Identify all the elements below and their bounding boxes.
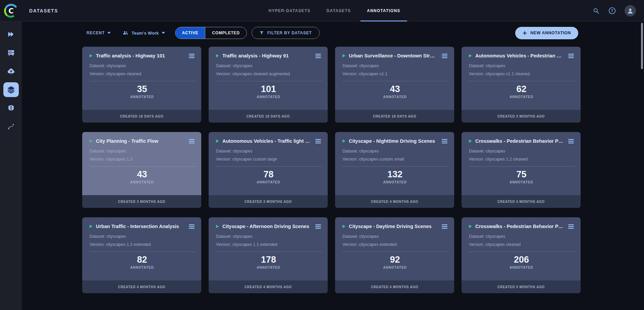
annotation-card[interactable]: Autonomous Vehicles - Pedestrian … Datas…: [462, 47, 581, 123]
datasets-icon: [7, 85, 15, 94]
card-menu-icon[interactable]: [189, 54, 195, 58]
annotation-card[interactable]: Crosswalks - Pedestrian Behavior P… Data…: [462, 132, 581, 208]
card-menu-icon[interactable]: [189, 139, 195, 143]
annotation-card[interactable]: Traffic analysis - Highway 91 Dataset: c…: [209, 47, 328, 123]
card-menu-icon[interactable]: [442, 139, 447, 143]
divider: [216, 252, 322, 252]
card-dataset: Dataset: cityscapes: [342, 149, 447, 153]
vertical-scrollbar[interactable]: [641, 23, 643, 69]
card-menu-icon[interactable]: [189, 224, 195, 229]
card-created: CREATED 5 MONTHS AGO: [462, 280, 581, 293]
play-icon: [342, 225, 345, 228]
sidebar-item-projects[interactable]: [3, 27, 19, 42]
play-icon: [342, 54, 345, 57]
divider: [216, 81, 322, 81]
annotation-card[interactable]: City Planning - Traffic Flow Dataset: ci…: [82, 132, 201, 208]
sidebar-item-workers[interactable]: [3, 45, 19, 60]
divider: [216, 166, 322, 167]
annotated-label: ANNOTATED: [469, 180, 574, 184]
sidebar-item-models[interactable]: [3, 101, 19, 116]
sidebar-item-cloud[interactable]: [3, 64, 19, 79]
divider: [342, 252, 449, 252]
annotated-count: 92: [342, 255, 447, 265]
play-icon: [469, 225, 472, 228]
card-menu-icon[interactable]: [442, 224, 447, 229]
annotated-label: ANNOTATED: [342, 180, 447, 184]
tab-datasets[interactable]: DATASETS: [327, 0, 351, 21]
annotated-label: ANNOTATED: [469, 266, 574, 269]
annotated-count: 132: [342, 169, 447, 179]
card-version: Version: cityscapes 1.2 cleaned: [469, 157, 574, 162]
annotation-card[interactable]: Crosswalks - Pedestrian Behavior P… Data…: [462, 217, 581, 293]
sidebar: [0, 21, 22, 310]
card-menu-icon[interactable]: [315, 54, 321, 58]
main-content: RECENT Team's Work ACTIVE COMPLETED FILT…: [22, 21, 644, 310]
sidebar-item-datasets[interactable]: [3, 82, 19, 97]
annotation-card[interactable]: Autonomous Vehicles - Traffic light … Da…: [209, 132, 328, 208]
card-menu-icon[interactable]: [315, 139, 321, 143]
projects-icon: [7, 30, 15, 38]
sidebar-item-pipelines[interactable]: [3, 119, 19, 134]
card-created: CREATED 4 MONTHS AGO: [209, 280, 328, 293]
card-created: CREATED 4 MONTHS AGO: [335, 280, 454, 293]
annotation-card[interactable]: Cityscape - Afternoon Driving Scenes Dat…: [209, 217, 328, 293]
card-created: CREATED 18 DAYS AGO: [82, 110, 201, 123]
svg-text:?: ?: [611, 9, 613, 13]
scope-dropdown[interactable]: Team's Work: [122, 30, 165, 36]
card-title: Autonomous Vehicles - Traffic light …: [222, 138, 311, 144]
card-created: CREATED 3 MONTHS AGO: [462, 110, 581, 123]
tab-annotations[interactable]: ANNOTATIONS: [367, 0, 400, 21]
card-title: Traffic analysis - Highway 101: [96, 53, 184, 58]
card-version: Version: cityscapes v1.1: [342, 72, 447, 76]
help-icon[interactable]: ?: [608, 7, 616, 14]
card-menu-icon[interactable]: [568, 139, 574, 143]
annotated-label: ANNOTATED: [469, 95, 574, 99]
annotation-card[interactable]: Cityscape - Nighttime Driving Scenes Dat…: [335, 132, 454, 208]
card-created: CREATED 18 DAYS AGO: [335, 110, 454, 123]
card-title: Urban Traffic - Intersection Analysis: [96, 224, 184, 229]
toggle-active[interactable]: ACTIVE: [175, 27, 205, 39]
divider: [469, 252, 575, 252]
annotated-label: ANNOTATED: [342, 266, 447, 269]
card-menu-icon[interactable]: [315, 224, 321, 229]
play-icon: [90, 225, 93, 228]
scope-dropdown-label: Team's Work: [131, 31, 159, 36]
annotation-card[interactable]: Traffic analysis - Highway 101 Dataset: …: [82, 47, 201, 123]
models-icon: [7, 104, 15, 112]
chevron-down-icon: [162, 32, 165, 34]
user-avatar[interactable]: [625, 5, 636, 16]
workers-icon: [7, 49, 15, 57]
card-title: Cityscape - Daytime Driving Scenes: [349, 224, 437, 229]
status-toggle: ACTIVE COMPLETED: [175, 27, 247, 39]
new-annotation-button[interactable]: NEW ANNOTATION: [515, 27, 578, 39]
card-title: City Planning - Traffic Flow: [96, 138, 184, 144]
card-dataset: Dataset: cityscapes: [90, 234, 195, 239]
annotation-card[interactable]: Urban Traffic - Intersection Analysis Da…: [82, 217, 201, 293]
divider: [90, 252, 196, 252]
filter-by-dataset-button[interactable]: FILTER BY DATASET: [252, 27, 320, 39]
card-title: Autonomous Vehicles - Pedestrian …: [475, 53, 564, 58]
tab-hyper-datasets[interactable]: HYPER-DATASETS: [269, 0, 311, 21]
divider: [342, 81, 449, 81]
card-menu-icon[interactable]: [568, 54, 574, 58]
annotation-card[interactable]: Cityscape - Daytime Driving Scenes Datas…: [335, 217, 454, 293]
card-version: Version: cityscapes 1.2 extended: [90, 242, 195, 247]
card-title: Cityscape - Nighttime Driving Scenes: [349, 138, 437, 144]
play-icon: [216, 54, 219, 57]
card-created: CREATED 18 DAYS AGO: [209, 110, 328, 123]
annotated-count: 43: [342, 84, 447, 94]
card-title: Traffic analysis - Highway 91: [222, 53, 311, 58]
annotation-card[interactable]: Urban Surveillance - Downtown Stre… Data…: [335, 47, 454, 123]
app-logo[interactable]: C: [0, 3, 22, 18]
card-version: Version: cityscapes 1.3: [90, 157, 195, 162]
play-icon: [90, 54, 93, 57]
search-icon[interactable]: [592, 7, 600, 14]
play-icon: [469, 54, 472, 57]
card-menu-icon[interactable]: [568, 224, 574, 229]
sort-dropdown[interactable]: RECENT: [87, 31, 111, 35]
toggle-completed[interactable]: COMPLETED: [205, 27, 247, 39]
annotation-cards-grid: Traffic analysis - Highway 101 Dataset: …: [82, 47, 581, 293]
card-version: Version: cityscapes cleaned: [90, 72, 195, 76]
svg-text:C: C: [8, 7, 13, 15]
card-menu-icon[interactable]: [442, 54, 447, 58]
